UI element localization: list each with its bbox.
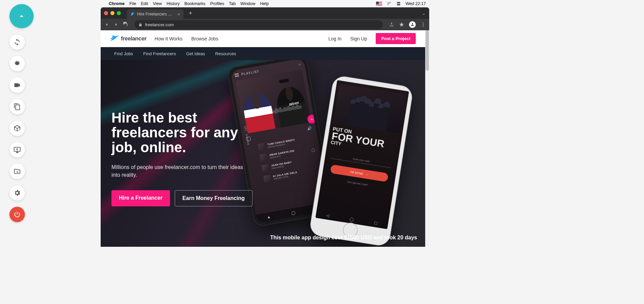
site-logo[interactable]: freelancer	[110, 35, 146, 42]
page-content: freelancer How It Works Browse Jobs Log …	[101, 30, 425, 247]
mac-menubar: Chrome File Edit View History Bookmarks …	[101, 0, 429, 7]
menu-tab[interactable]: Tab	[229, 1, 236, 6]
chevron-up-icon	[17, 12, 26, 21]
maximize-window-button[interactable]	[117, 11, 121, 15]
phone-b-heading: PUT ON FOR YOUR CITY	[331, 127, 386, 153]
search-icon: ⌕	[298, 62, 301, 66]
svg-point-1	[423, 24, 424, 25]
copy-icon	[13, 103, 21, 110]
folder-icon	[13, 168, 21, 175]
volume-icon: 🔊	[307, 126, 312, 131]
menu-window[interactable]: Window	[240, 1, 255, 6]
gear-icon	[13, 189, 21, 197]
hire-freelancer-button[interactable]: Hire a Freelancer	[111, 190, 170, 206]
favicon-bird-icon	[130, 12, 135, 16]
post-project-button[interactable]: Post a Project	[376, 33, 416, 44]
site-header: freelancer How It Works Browse Jobs Log …	[101, 30, 425, 47]
earn-money-button[interactable]: Earn Money Freelancing	[175, 190, 252, 206]
bug-icon	[13, 60, 21, 67]
record-button[interactable]	[9, 77, 25, 93]
scrollbar-track[interactable]	[425, 30, 429, 247]
app-name[interactable]: Chrome	[109, 1, 125, 6]
sync-button[interactable]	[9, 34, 25, 50]
signup-link[interactable]: Sign Up	[350, 36, 367, 41]
hero-caption: This mobile app design cost $1500 USD an…	[270, 235, 417, 241]
cube-icon	[13, 125, 21, 132]
back-button[interactable]	[104, 22, 109, 27]
phone-a-title: PLAYLIST	[241, 69, 260, 76]
chrome-toolbar: freelancer.com	[101, 19, 429, 30]
tab-title: Hire Freelancers & Find Freelan	[137, 12, 174, 16]
tab-close-button[interactable]: ×	[177, 12, 180, 17]
monitor-icon	[13, 146, 21, 154]
login-link[interactable]: Log In	[329, 36, 342, 41]
menu-history[interactable]: History	[167, 1, 180, 6]
hero-subtext: Millions of people use freelancer.com to…	[111, 164, 246, 179]
mac-window: Chrome File Edit View History Bookmarks …	[101, 0, 429, 247]
site-subnav: Find Jobs Find Freelancers Get Ideas Res…	[101, 47, 425, 60]
svg-point-2	[423, 26, 424, 27]
logo-bird-icon	[110, 35, 120, 42]
control-center-icon[interactable]	[396, 1, 401, 6]
input-flag-icon[interactable]	[376, 2, 382, 6]
nav-how-it-works[interactable]: How It Works	[155, 36, 182, 41]
files-button[interactable]	[9, 164, 25, 179]
burger-icon	[235, 73, 239, 77]
collapse-toolbar-button[interactable]	[9, 4, 34, 28]
hero-headline: Hire the best freelancers for any job, o…	[111, 110, 260, 155]
bug-report-button[interactable]	[9, 56, 25, 71]
address-bar[interactable]: freelancer.com	[134, 20, 383, 29]
power-icon	[13, 211, 21, 218]
forward-button[interactable]	[113, 22, 119, 27]
tab-overflow-button[interactable]: ⌄	[422, 10, 426, 16]
phone-mockup-b: PUT ON FOR YOUR CITY Enter your code I'M…	[309, 75, 414, 247]
close-window-button[interactable]	[104, 11, 108, 15]
chrome-tabstrip: Hire Freelancers & Find Freelan × + ⌄	[101, 7, 429, 19]
nav-browse-jobs[interactable]: Browse Jobs	[191, 36, 218, 41]
phone-b-group-photo	[333, 84, 406, 134]
video-icon	[13, 81, 21, 89]
lock-icon	[138, 23, 142, 27]
logo-text: freelancer	[121, 35, 146, 42]
phone-b-navbar: ◁◯▢	[316, 211, 388, 227]
url-text: freelancer.com	[145, 22, 174, 27]
host-toolbar	[9, 4, 34, 222]
menu-view[interactable]: View	[153, 1, 162, 6]
clock[interactable]: Wed 22:17	[406, 1, 426, 6]
chrome-window: Hire Freelancers & Find Freelan × + ⌄ fr…	[101, 7, 429, 247]
kebab-menu-button[interactable]	[420, 22, 426, 27]
hero-section: Hire the best freelancers for any job, o…	[101, 60, 425, 247]
sunglasses-icon	[279, 78, 289, 83]
window-controls	[104, 11, 121, 15]
screenshare-button[interactable]	[9, 142, 25, 158]
phone-a-followers: 7,287 FOLLOWERS	[315, 123, 321, 145]
menu-bookmarks[interactable]: Bookmarks	[184, 1, 206, 6]
scrollbar-thumb[interactable]	[426, 30, 429, 71]
package-button[interactable]	[9, 121, 25, 136]
reload-button[interactable]	[123, 22, 128, 27]
menu-help[interactable]: Help	[260, 1, 269, 6]
menu-file[interactable]: File	[129, 1, 136, 6]
menu-profiles[interactable]: Profiles	[210, 1, 224, 6]
subnav-get-ideas[interactable]: Get Ideas	[186, 51, 205, 56]
phone-a-songlist: TUMI CHAILE BRISTIMINAR REHMAN AMAR SARA…	[258, 134, 319, 182]
profile-button[interactable]	[409, 21, 416, 28]
minimize-window-button[interactable]	[110, 11, 114, 15]
subnav-find-jobs[interactable]: Find Jobs	[114, 51, 133, 56]
subnav-resources[interactable]: Resources	[215, 51, 236, 56]
copy-button[interactable]	[9, 99, 25, 114]
menu-edit[interactable]: Edit	[141, 1, 148, 6]
sync-icon	[13, 38, 21, 46]
bookmark-star-button[interactable]	[399, 22, 404, 27]
user-icon	[410, 23, 414, 27]
svg-point-0	[423, 23, 424, 24]
settings-button[interactable]	[9, 185, 25, 201]
power-button[interactable]	[9, 207, 25, 222]
toggles-icon[interactable]	[387, 1, 392, 6]
browser-tab[interactable]: Hire Freelancers & Find Freelan ×	[127, 9, 183, 19]
share-button[interactable]	[389, 22, 394, 27]
new-tab-button[interactable]: +	[189, 10, 193, 17]
subnav-find-freelancers[interactable]: Find Freelancers	[143, 51, 176, 56]
